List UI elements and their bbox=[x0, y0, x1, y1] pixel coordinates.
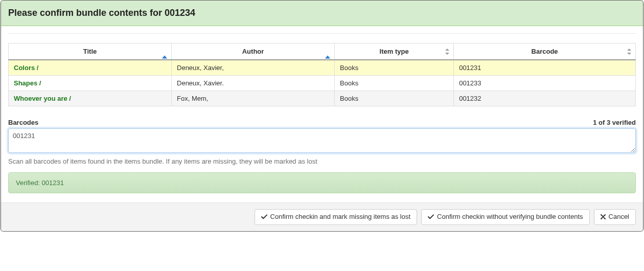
modal-footer: Confirm checkin and mark missing items a… bbox=[1, 202, 643, 231]
verify-count: 1 of 3 verified bbox=[593, 119, 636, 126]
cell-author: Deneux, Xavier, bbox=[172, 60, 335, 76]
modal-header: Please confirm bundle contents for 00123… bbox=[1, 1, 643, 26]
check-icon bbox=[261, 214, 267, 220]
col-header-title-label: Title bbox=[83, 48, 97, 55]
verified-alert-text: Verified: 001231 bbox=[16, 179, 64, 187]
title-link[interactable]: Whoever you are / bbox=[14, 95, 71, 102]
table-row: Whoever you are /Fox, Mem,Books001232 bbox=[9, 91, 636, 106]
sort-both-icon bbox=[627, 49, 631, 55]
col-header-barcode-label: Barcode bbox=[532, 48, 558, 55]
col-header-barcode[interactable]: Barcode bbox=[454, 43, 636, 60]
cell-barcode: 001231 bbox=[454, 60, 636, 76]
table-row: Colors /Deneux, Xavier,Books001231 bbox=[9, 60, 636, 76]
cell-author: Fox, Mem, bbox=[172, 91, 335, 106]
barcodes-help-text: Scan all barcodes of items found in the … bbox=[8, 157, 636, 165]
col-header-type-label: Item type bbox=[380, 48, 409, 55]
barcodes-field-header: Barcodes 1 of 3 verified bbox=[8, 119, 636, 126]
confirm-bundle-modal: Please confirm bundle contents for 00123… bbox=[1, 0, 643, 232]
cell-title: Whoever you are / bbox=[9, 91, 172, 106]
modal-title: Please confirm bundle contents for 00123… bbox=[8, 8, 636, 18]
cell-item-type: Books bbox=[335, 76, 454, 91]
modal-body: Title Author Item type Barcode bbox=[1, 26, 643, 202]
cell-title: Colors / bbox=[9, 60, 172, 76]
cell-item-type: Books bbox=[335, 91, 454, 106]
cell-author: Deneux, Xavier. bbox=[172, 76, 335, 91]
barcodes-label: Barcodes bbox=[8, 119, 38, 126]
confirm-skip-label: Confirm checkin without verifying bundle… bbox=[437, 213, 583, 221]
title-link[interactable]: Shapes / bbox=[14, 79, 41, 87]
col-header-item-type[interactable]: Item type bbox=[335, 43, 454, 60]
bundle-table: Title Author Item type Barcode bbox=[8, 43, 636, 106]
cell-barcode: 001233 bbox=[454, 76, 636, 91]
cell-barcode: 001232 bbox=[454, 91, 636, 106]
cancel-label: Cancel bbox=[609, 213, 629, 221]
cell-item-type: Books bbox=[335, 60, 454, 76]
sort-asc-icon bbox=[325, 48, 330, 55]
cell-title: Shapes / bbox=[9, 76, 172, 91]
verified-alert: Verified: 001231 bbox=[8, 172, 636, 193]
cancel-button[interactable]: Cancel bbox=[594, 209, 636, 225]
barcodes-input[interactable] bbox=[8, 128, 636, 153]
check-icon bbox=[428, 214, 434, 220]
confirm-skip-button[interactable]: Confirm checkin without verifying bundle… bbox=[421, 209, 589, 225]
confirm-mark-lost-button[interactable]: Confirm checkin and mark missing items a… bbox=[255, 209, 418, 225]
sort-asc-icon bbox=[162, 48, 167, 55]
table-row: Shapes /Deneux, Xavier.Books001233 bbox=[9, 76, 636, 91]
col-header-author[interactable]: Author bbox=[172, 43, 335, 60]
title-link[interactable]: Colors / bbox=[14, 64, 38, 72]
col-header-author-label: Author bbox=[242, 48, 264, 55]
divider bbox=[8, 33, 636, 34]
confirm-mark-lost-label: Confirm checkin and mark missing items a… bbox=[270, 213, 411, 221]
close-icon bbox=[601, 214, 606, 219]
sort-both-icon bbox=[445, 49, 449, 55]
col-header-title[interactable]: Title bbox=[9, 43, 172, 60]
